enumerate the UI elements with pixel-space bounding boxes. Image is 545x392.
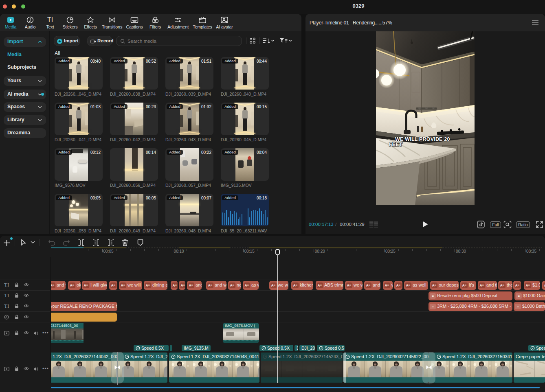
svg-text:FEET: FEET [389,142,402,147]
svg-text:TI: TI [47,16,53,23]
svg-text:WE WILL PROVIDE 20: WE WILL PROVIDE 20 [395,136,450,142]
